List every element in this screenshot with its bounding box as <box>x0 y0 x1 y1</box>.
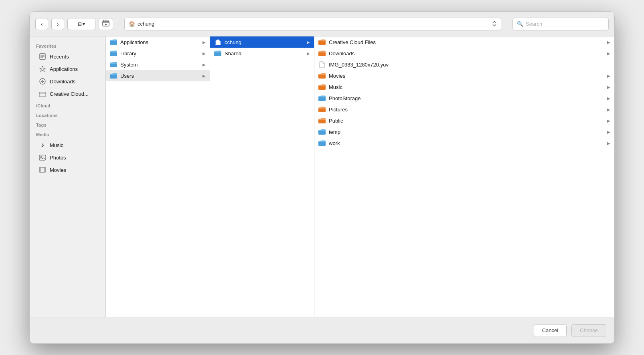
sidebar-movies-label: Movies <box>50 167 66 173</box>
column-3: Creative Cloud Files ▶ Downloads ▶ <box>314 36 614 317</box>
music-folder-icon <box>318 83 326 91</box>
col3-downloads-label: Downloads <box>329 50 604 56</box>
col3-music-label: Music <box>329 84 604 90</box>
sidebar-creative-cloud-label: Creative Cloud... <box>50 91 89 97</box>
downloads-folder-icon <box>318 50 326 57</box>
sidebar-applications-label: Applications <box>50 66 78 72</box>
svg-rect-9 <box>39 155 46 160</box>
sidebar-item-downloads[interactable]: Downloads <box>32 75 103 87</box>
photos-icon <box>38 153 47 161</box>
col2-cchung-label: cchung <box>225 39 304 45</box>
creative-cloud-icon <box>38 90 47 98</box>
media-header: Media <box>30 129 105 139</box>
col3-work-label: work <box>329 140 604 146</box>
col3-downloads[interactable]: Downloads ▶ <box>314 48 614 59</box>
sidebar-item-movies[interactable]: Movies <box>32 164 103 176</box>
file-dialog: ‹ › ⊟ ▾ 🏠 cchung <box>29 11 615 344</box>
col3-public-arrow: ▶ <box>607 119 610 123</box>
col3-photostorage[interactable]: PhotoStorage ▶ <box>314 93 614 104</box>
cancel-button[interactable]: Cancel <box>534 324 567 337</box>
home-icon: 🏠 <box>129 21 135 27</box>
col3-work[interactable]: work ▶ <box>314 137 614 149</box>
col2-shared-arrow: ▶ <box>307 51 310 56</box>
back-button[interactable]: ‹ <box>35 18 48 30</box>
sidebar-item-applications[interactable]: Applications <box>32 63 103 75</box>
col1-applications[interactable]: Applications ▶ <box>106 36 210 48</box>
col3-temp[interactable]: temp ▶ <box>314 126 614 137</box>
favorites-header: Favorites <box>30 40 105 50</box>
col3-pictures-label: Pictures <box>329 107 604 113</box>
sidebar-item-recents[interactable]: Recents <box>32 50 103 63</box>
location-label: cchung <box>138 21 154 27</box>
sidebar-photos-label: Photos <box>50 155 66 161</box>
column-2: 🏠 cchung ▶ Shared ▶ <box>210 36 314 317</box>
search-icon: 🔍 <box>517 21 523 27</box>
photostorage-folder-icon <box>318 95 326 102</box>
col1-system-arrow: ▶ <box>203 63 206 67</box>
public-folder-icon <box>318 117 326 124</box>
tags-header: Tags <box>30 119 105 129</box>
col3-photostorage-label: PhotoStorage <box>329 95 604 101</box>
new-folder-icon <box>102 20 109 28</box>
location-bar[interactable]: 🏠 cchung <box>124 18 501 30</box>
sidebar-music-label: Music <box>50 142 63 148</box>
col3-public[interactable]: Public ▶ <box>314 115 614 126</box>
library-folder-icon <box>110 50 117 57</box>
downloads-icon <box>38 77 47 85</box>
svg-rect-8 <box>39 92 46 97</box>
shared-folder-icon <box>214 50 221 57</box>
new-folder-button[interactable] <box>99 18 113 30</box>
col1-library-arrow: ▶ <box>203 51 206 56</box>
col1-applications-arrow: ▶ <box>203 40 206 44</box>
col3-movies[interactable]: Movies ▶ <box>314 70 614 81</box>
col2-shared[interactable]: Shared ▶ <box>210 48 314 59</box>
col2-cchung[interactable]: 🏠 cchung ▶ <box>210 36 314 48</box>
col3-movies-arrow: ▶ <box>607 74 610 78</box>
cc-files-icon <box>318 38 326 46</box>
view-chevron-icon: ▾ <box>83 21 85 27</box>
pictures-folder-icon <box>318 106 326 113</box>
col2-shared-label: Shared <box>225 50 304 56</box>
column-1: Applications ▶ Library ▶ <box>106 36 210 317</box>
col3-music[interactable]: Music ▶ <box>314 81 614 93</box>
location-stepper <box>492 20 497 28</box>
sidebar-recents-label: Recents <box>50 54 69 60</box>
col3-img-file-label: IMG_0383_1280x720.yuv <box>329 62 610 68</box>
movies-icon <box>38 166 47 174</box>
view-button[interactable]: ⊟ ▾ <box>67 18 95 30</box>
col3-downloads-arrow: ▶ <box>607 51 610 56</box>
svg-point-10 <box>41 156 42 157</box>
search-bar[interactable]: 🔍 Search <box>512 18 609 30</box>
col3-img-file[interactable]: IMG_0383_1280x720.yuv <box>314 59 614 70</box>
sidebar: Favorites Recents <box>30 36 106 317</box>
col1-library[interactable]: Library ▶ <box>106 48 210 59</box>
file-icon <box>318 61 326 68</box>
col3-pictures-arrow: ▶ <box>607 107 610 112</box>
col1-system[interactable]: System ▶ <box>106 59 210 70</box>
col1-users-label: Users <box>120 73 199 79</box>
sidebar-item-creative-cloud[interactable]: Creative Cloud... <box>32 88 103 100</box>
col3-temp-arrow: ▶ <box>607 130 610 134</box>
col3-music-arrow: ▶ <box>607 85 610 89</box>
icloud-header: iCloud <box>30 100 105 110</box>
applications-folder-icon <box>110 38 117 46</box>
recents-icon <box>38 52 47 61</box>
forward-button[interactable]: › <box>51 18 64 30</box>
col3-movies-label: Movies <box>329 73 604 79</box>
col3-work-arrow: ▶ <box>607 141 610 145</box>
sidebar-item-photos[interactable]: Photos <box>32 151 103 163</box>
sidebar-item-music[interactable]: ♪ Music <box>32 139 103 151</box>
search-placeholder: Search <box>526 21 542 27</box>
movies-folder-icon <box>318 72 326 79</box>
columns-area: Applications ▶ Library ▶ <box>106 36 614 317</box>
location-text: 🏠 cchung <box>129 21 154 27</box>
footer: Cancel Choose <box>30 317 614 343</box>
music-icon: ♪ <box>38 141 47 149</box>
col3-creative-cloud-files[interactable]: Creative Cloud Files ▶ <box>314 36 614 48</box>
col2-cchung-arrow: ▶ <box>307 40 310 44</box>
col3-pictures[interactable]: Pictures ▶ <box>314 104 614 115</box>
col1-users[interactable]: Users ▶ <box>106 70 210 81</box>
columns-icon: ⊟ <box>78 21 82 27</box>
col3-cc-files-arrow: ▶ <box>607 40 610 44</box>
applications-icon <box>38 65 47 73</box>
